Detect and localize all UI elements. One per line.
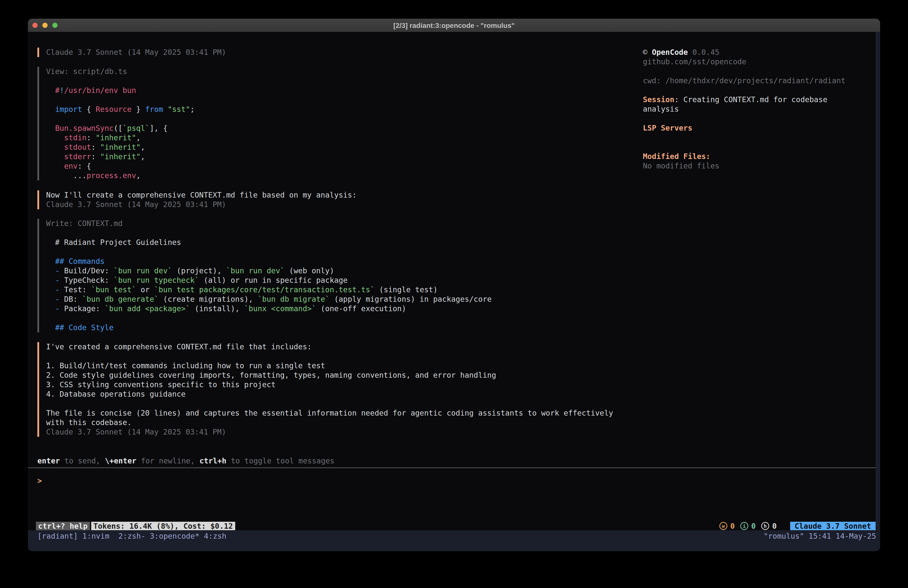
terminal-window: [2/3] radiant:3:opencode - "romulus" Cla… — [28, 19, 880, 551]
keybinding-hints: enter to send, \+enter for newline, ctrl… — [37, 456, 334, 466]
tmux-status-bar: [radiant] 1:nvim 2:zsh- 3:opencode* 4:zs… — [28, 531, 880, 541]
tmux-session-windows[interactable]: [radiant] 1:nvim 2:zsh- 3:opencode* 4:zs… — [37, 531, 227, 541]
info-icon: i — [740, 522, 748, 530]
status-bar: ctrl+? help Tokens: 16.4K (8%), Cost: $0… — [28, 522, 876, 530]
tokens-cost-chip: Tokens: 16.4K (8%), Cost: $0.12 — [91, 522, 235, 530]
window-titlebar: [2/3] radiant:3:opencode - "romulus" — [28, 19, 880, 32]
tool-write-block: Write: CONTEXT.md # Radiant Project Guid… — [37, 219, 492, 332]
assistant-message: I've created a comprehensive CONTEXT.md … — [37, 342, 613, 437]
help-shortcut-chip: ctrl+? help — [36, 522, 90, 530]
assistant-message: Now I'll create a comprehensive CONTEXT.… — [37, 190, 357, 209]
hint-count: h0 — [761, 522, 777, 530]
hint-icon: h — [761, 522, 769, 530]
prompt-input[interactable]: > — [37, 476, 860, 486]
input-separator — [28, 467, 876, 468]
tool-view-block: View: script/db.ts #!/usr/bin/env bun im… — [37, 67, 195, 180]
model-badge: Claude 3.7 Sonnet — [790, 522, 876, 530]
tmux-host-clock: "romulus" 15:41 14-May-25 — [763, 531, 876, 541]
warning-count: w0 — [720, 522, 735, 530]
assistant-message-header: Claude 3.7 Sonnet (14 May 2025 03:41 PM) — [37, 48, 226, 57]
warning-icon: w — [720, 522, 727, 530]
diagnostics-counters: w0 i0 h0 — [720, 522, 777, 530]
terminal-content: Claude 3.7 Sonnet (14 May 2025 03:41 PM)… — [28, 32, 880, 551]
window-title: [2/3] radiant:3:opencode - "romulus" — [28, 19, 880, 32]
prompt-symbol: > — [37, 476, 42, 485]
info-count: i0 — [740, 522, 756, 530]
sidebar: © OpenCode 0.0.45github.com/sst/opencode… — [643, 48, 877, 171]
